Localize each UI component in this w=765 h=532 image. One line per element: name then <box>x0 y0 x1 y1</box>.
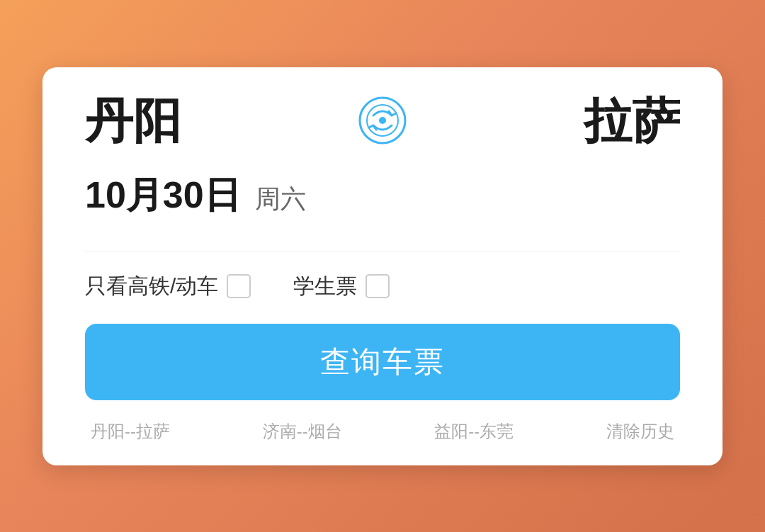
history-item-2[interactable]: 益阳--东莞 <box>434 420 514 443</box>
search-card: 丹阳 拉萨 10月30日 周六 只看高 <box>42 67 722 465</box>
route-row: 丹阳 拉萨 <box>85 96 680 145</box>
svg-point-2 <box>379 117 386 124</box>
option-student: 学生票 <box>293 272 390 301</box>
history-item-1[interactable]: 济南--烟台 <box>263 420 342 443</box>
weekday-display: 周六 <box>255 182 306 217</box>
option-train-checkbox[interactable] <box>227 274 251 298</box>
option-train-label: 只看高铁/动车 <box>85 272 218 301</box>
option-train: 只看高铁/动车 <box>85 272 251 301</box>
history-item-0[interactable]: 丹阳--拉萨 <box>91 420 170 443</box>
date-row[interactable]: 10月30日 周六 <box>85 171 680 226</box>
option-student-label: 学生票 <box>293 272 357 301</box>
to-city[interactable]: 拉萨 <box>584 96 680 145</box>
clear-history-button[interactable]: 清除历史 <box>606 420 674 443</box>
date-display[interactable]: 10月30日 <box>85 171 241 220</box>
search-button[interactable]: 查询车票 <box>85 324 680 400</box>
history-row: 丹阳--拉萨 济南--烟台 益阳--东莞 清除历史 <box>85 420 680 443</box>
options-row: 只看高铁/动车 学生票 <box>85 272 680 301</box>
option-student-checkbox[interactable] <box>366 274 390 298</box>
swap-icon <box>358 96 407 145</box>
divider <box>85 251 680 252</box>
from-city[interactable]: 丹阳 <box>85 96 181 145</box>
swap-button[interactable] <box>358 96 407 145</box>
